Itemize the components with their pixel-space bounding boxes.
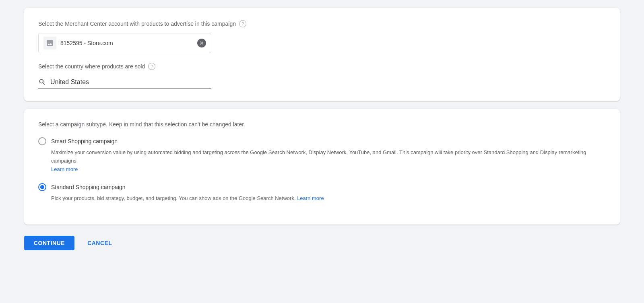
- standard-shopping-option: Standard Shopping campaign Pick your pro…: [38, 183, 606, 203]
- country-search-box[interactable]: United States: [38, 76, 211, 89]
- page-container: Select the Merchant Center account with …: [12, 8, 632, 254]
- country-label-text: Select the country where products are so…: [38, 63, 145, 70]
- merchant-help-icon[interactable]: ?: [239, 20, 246, 27]
- smart-shopping-learn-more-link[interactable]: Learn more: [51, 166, 78, 172]
- campaign-subtype-card: Select a campaign subtype. Keep in mind …: [24, 109, 620, 225]
- standard-shopping-description: Pick your products, bid strategy, budget…: [38, 194, 606, 203]
- standard-shopping-learn-more-link[interactable]: Learn more: [297, 195, 324, 201]
- standard-shopping-header[interactable]: Standard Shopping campaign: [38, 183, 606, 191]
- merchant-account-name: 8152595 - Store.com: [60, 40, 193, 46]
- merchant-thumbnail-icon: [43, 37, 56, 49]
- smart-shopping-title: Smart Shopping campaign: [51, 138, 118, 144]
- search-icon: [38, 78, 46, 86]
- subtype-label-text: Select a campaign subtype. Keep in mind …: [38, 121, 606, 128]
- image-icon: [46, 39, 54, 47]
- merchant-card: Select the Merchant Center account with …: [24, 8, 620, 101]
- continue-button[interactable]: CONTINUE: [24, 236, 74, 250]
- smart-shopping-description: Maximize your conversion value by using …: [38, 148, 606, 173]
- smart-shopping-radio[interactable]: [38, 137, 46, 145]
- cancel-button[interactable]: CANCEL: [81, 236, 118, 250]
- standard-shopping-radio[interactable]: [38, 183, 46, 191]
- country-help-icon[interactable]: ?: [148, 63, 155, 70]
- merchant-label-text: Select the Merchant Center account with …: [38, 21, 236, 27]
- merchant-section-label: Select the Merchant Center account with …: [38, 20, 606, 27]
- merchant-input-box[interactable]: 8152595 - Store.com: [38, 33, 211, 53]
- standard-shopping-title: Standard Shopping campaign: [51, 184, 125, 190]
- country-section-label: Select the country where products are so…: [38, 63, 606, 70]
- smart-shopping-header[interactable]: Smart Shopping campaign: [38, 137, 606, 145]
- close-icon: [199, 40, 204, 46]
- smart-shopping-option: Smart Shopping campaign Maximize your co…: [38, 137, 606, 173]
- button-row: CONTINUE CANCEL: [24, 233, 620, 254]
- clear-merchant-button[interactable]: [197, 39, 206, 47]
- country-value-text: United States: [50, 78, 89, 86]
